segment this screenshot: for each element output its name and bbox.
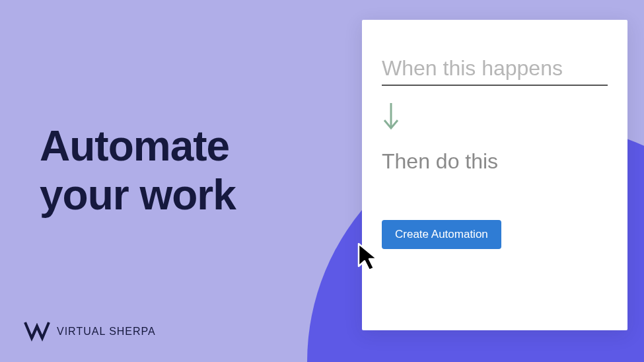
automation-card: When this happens Then do this Create Au… [362,20,627,330]
headline-line-1: Automate [40,122,236,171]
headline-line-2: your work [40,171,236,220]
virtual-sherpa-logo-icon [22,317,52,346]
brand-name: VIRTUAL SHERPA [57,326,156,338]
trigger-input[interactable]: When this happens [382,56,608,86]
headline: Automate your work [40,122,236,219]
create-automation-button[interactable]: Create Automation [382,220,501,249]
action-input[interactable]: Then do this [382,149,608,174]
arrow-down-icon [382,102,608,131]
brand-logo: VIRTUAL SHERPA [22,317,156,346]
